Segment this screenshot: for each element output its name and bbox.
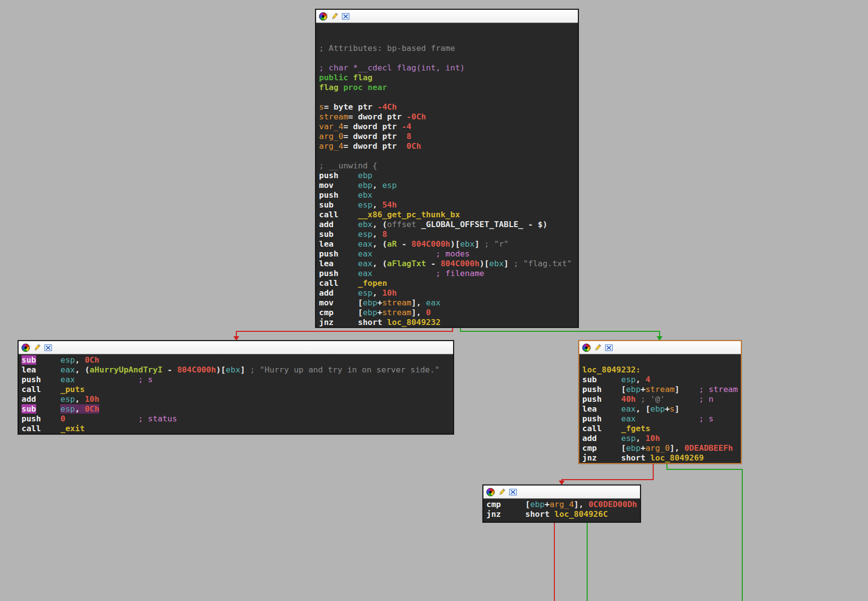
code-line[interactable]: push 0 ; status [22, 414, 453, 424]
code-token: cmp [486, 500, 501, 509]
code-line[interactable]: jnz short loc_804926C [486, 509, 640, 519]
code-line[interactable]: call _fgets [582, 424, 741, 434]
code-line[interactable]: push eax ; s [22, 375, 453, 385]
code-token [334, 200, 358, 209]
code-line[interactable]: cmp [ebp+stream], 0 [319, 308, 578, 318]
code-line[interactable]: push eax ; modes [319, 249, 578, 259]
code-line[interactable]: add ebx, (offset _GLOBAL_OFFSET_TABLE_ -… [319, 220, 578, 230]
graph-canvas[interactable]: ; Attributes: bp-based frame; char *__cd… [0, 0, 868, 601]
code-line[interactable]: stream= dword ptr -0Ch [319, 112, 578, 122]
code-token [597, 434, 621, 443]
code-token [41, 375, 61, 384]
code-line[interactable] [319, 92, 578, 102]
code-line[interactable]: lea eax, (aR - 804C000h)[ebx] ; "r" [319, 239, 578, 249]
code-line[interactable] [319, 151, 578, 161]
code-line[interactable]: ; char *__cdecl flag(int, int) [319, 63, 578, 73]
color-wheel-icon[interactable] [319, 12, 327, 21]
code-token: esp [60, 355, 75, 365]
code-line[interactable] [319, 53, 578, 63]
node-cmp-arg4-code: cmp [ebp+arg_4], 0C0DED00Dhjnz short loc… [483, 499, 640, 522]
code-token: ] [675, 404, 680, 414]
code-line[interactable]: mov ebp, esp [319, 181, 578, 190]
code-token: eax [358, 259, 372, 268]
code-line[interactable]: push 40h ; '@' ; n [582, 394, 741, 404]
code-line[interactable]: push eax ; s [582, 414, 741, 424]
code-token [597, 404, 621, 414]
node-loc-8049232-titlebar[interactable] [579, 341, 741, 354]
group-icon[interactable] [509, 488, 517, 496]
code-token: )[ [450, 239, 460, 249]
code-token: push [319, 190, 339, 200]
code-line[interactable]: mov [ebp+stream], eax [319, 298, 578, 308]
edit-icon[interactable] [33, 344, 41, 352]
code-line[interactable]: ; __unwind { [319, 161, 578, 171]
code-line[interactable]: ; Attributes: bp-based frame [319, 44, 578, 53]
code-line[interactable]: add esp, 10h [22, 394, 453, 404]
node-loc-8049232[interactable]: loc_8049232:sub esp, 4push [ebp+stream] … [578, 340, 742, 464]
group-icon[interactable] [605, 344, 613, 352]
code-token: jnz [319, 318, 334, 327]
code-line[interactable]: lea eax, (aHurryUpAndTryI - 804C000h)[eb… [22, 365, 453, 375]
code-line[interactable]: var_4= dword ptr -4 [319, 122, 578, 132]
code-token: sub [22, 404, 36, 414]
node-hurry-up-exit[interactable]: sub esp, 0Chlea eax, (aHurryUpAndTryI - … [18, 340, 454, 435]
code-token: _puts [61, 385, 85, 394]
node-hurry-up-exit-titlebar[interactable] [19, 341, 453, 354]
node-cmp-arg4-titlebar[interactable] [483, 485, 640, 499]
code-token: 0Ch [85, 404, 99, 414]
color-wheel-icon[interactable] [486, 488, 495, 496]
code-line[interactable]: lea eax, [ebp+s] [582, 404, 741, 414]
node-flag-entry[interactable]: ; Attributes: bp-based frame; char *__cd… [315, 9, 579, 328]
edit-icon[interactable] [330, 12, 339, 21]
code-line[interactable]: flag proc near [319, 83, 578, 92]
code-token: + [545, 500, 549, 509]
code-token: offset [387, 220, 421, 229]
code-line[interactable]: lea eax, (aFlagTxt - 804C000h)[ebx] ; "f… [319, 259, 578, 269]
code-line[interactable] [582, 355, 741, 365]
code-line[interactable]: jnz short loc_8049269 [582, 453, 741, 463]
code-line[interactable]: sub esp, 0Ch [22, 355, 453, 365]
code-line[interactable]: call _puts [22, 385, 453, 394]
edit-icon[interactable] [498, 488, 506, 496]
code-line[interactable]: public flag [319, 73, 578, 83]
code-line[interactable]: sub esp, 8 [319, 230, 578, 239]
code-line[interactable]: push ebx [319, 190, 578, 200]
code-line[interactable]: sub esp, 54h [319, 200, 578, 210]
code-line[interactable]: cmp [ebp+arg_4], 0C0DED00Dh [486, 500, 640, 509]
code-token: _exit [61, 424, 85, 433]
code-line[interactable]: cmp [ebp+arg_0], 0DEADBEEFh [582, 443, 741, 453]
edge-loc8049232-true-offscreen [667, 463, 742, 601]
code-line[interactable]: s= byte ptr -4Ch [319, 102, 578, 112]
code-line[interactable]: call _fopen [319, 278, 578, 288]
code-line[interactable]: call __x86_get_pc_thunk_bx [319, 210, 578, 220]
code-token [334, 318, 358, 327]
group-icon[interactable] [44, 344, 52, 352]
color-wheel-icon[interactable] [22, 344, 30, 352]
code-line[interactable]: push ebp [319, 171, 578, 181]
code-token: cmp [319, 308, 334, 317]
code-line[interactable]: push eax ; filename [319, 269, 578, 278]
edit-icon[interactable] [594, 344, 602, 352]
code-token [339, 278, 358, 288]
code-line[interactable]: call _exit [22, 424, 453, 434]
code-token: [ [621, 385, 626, 394]
code-token [602, 385, 621, 394]
code-line[interactable]: sub esp, 0Ch [22, 404, 453, 414]
code-line[interactable]: loc_8049232: [582, 365, 741, 375]
group-icon[interactable] [342, 12, 350, 21]
code-line[interactable]: arg_4= dword ptr 0Ch [319, 141, 578, 151]
code-line[interactable]: push [ebp+stream] ; stream [582, 385, 741, 394]
code-token: - [162, 365, 177, 374]
code-line[interactable]: add esp, 10h [319, 288, 578, 298]
code-token: jnz [582, 453, 597, 462]
code-line[interactable] [319, 34, 578, 44]
code-line[interactable]: jnz short loc_8049232 [319, 318, 578, 327]
node-cmp-arg4[interactable]: cmp [ebp+arg_4], 0C0DED00Dhjnz short loc… [482, 485, 641, 523]
color-wheel-icon[interactable] [582, 344, 591, 352]
code-line[interactable]: add esp, 10h [582, 434, 741, 443]
code-line[interactable] [319, 24, 578, 34]
code-line[interactable]: sub esp, 4 [582, 375, 741, 385]
code-line[interactable]: arg_0= dword ptr 8 [319, 132, 578, 141]
node-flag-entry-titlebar[interactable] [316, 10, 578, 23]
code-token: arg_0 [645, 443, 670, 453]
